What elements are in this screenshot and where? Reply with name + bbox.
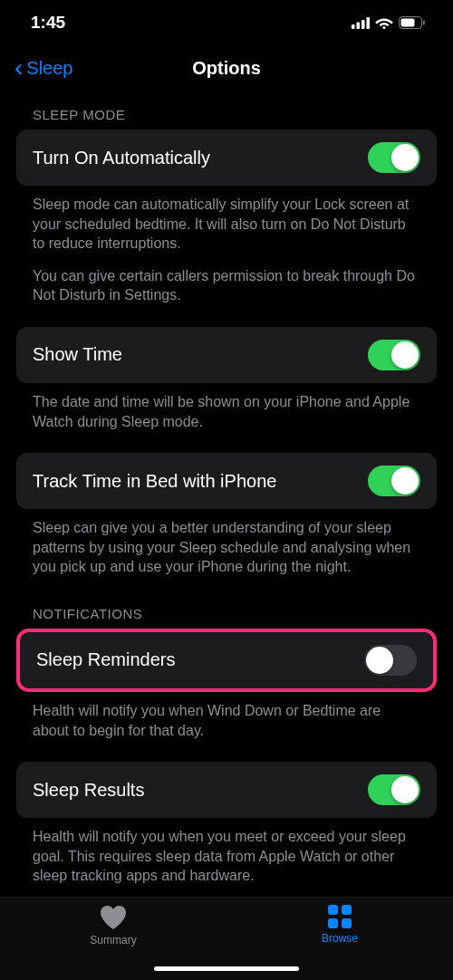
heart-icon <box>100 905 127 930</box>
svg-rect-6 <box>401 19 415 27</box>
grid-icon <box>328 905 352 928</box>
toggle-knob <box>391 144 419 171</box>
setting-description: Sleep mode can automatically simplify yo… <box>16 186 437 266</box>
back-button[interactable]: ‹ Sleep <box>14 55 72 81</box>
nav-bar: ‹ Sleep Options <box>0 45 453 91</box>
svg-rect-10 <box>328 918 338 928</box>
status-time: 1:45 <box>31 13 65 33</box>
svg-point-4 <box>383 26 386 29</box>
setting-turn-on-automatically: Turn On Automatically <box>16 130 437 186</box>
setting-sleep-results: Sleep Results <box>16 762 437 818</box>
setting-description: You can give certain callers permission … <box>16 266 437 318</box>
content: SLEEP MODE Turn On Automatically Sleep m… <box>0 91 453 908</box>
page-title: Options <box>192 58 261 79</box>
setting-label: Sleep Reminders <box>36 649 175 670</box>
cellular-icon <box>352 17 370 29</box>
setting-label: Turn On Automatically <box>33 148 210 168</box>
setting-track-time-in-bed: Track Time in Bed with iPhone <box>16 453 437 509</box>
highlighted-row: Sleep Reminders <box>16 629 437 692</box>
toggle-knob <box>391 776 419 803</box>
chevron-left-icon: ‹ <box>14 55 23 81</box>
toggle-sleep-results[interactable] <box>368 774 420 805</box>
battery-icon <box>399 16 426 29</box>
wifi-icon <box>375 16 393 29</box>
svg-rect-11 <box>342 918 352 928</box>
setting-description: Health will notify you when Wind Down or… <box>16 692 437 753</box>
toggle-sleep-reminders[interactable] <box>364 645 417 676</box>
setting-sleep-reminders: Sleep Reminders <box>20 632 433 688</box>
toggle-show-time[interactable] <box>368 340 420 370</box>
svg-rect-1 <box>357 22 361 29</box>
svg-rect-0 <box>352 24 355 29</box>
toggle-track-time-in-bed[interactable] <box>368 466 420 496</box>
svg-rect-8 <box>328 905 338 915</box>
svg-rect-3 <box>367 17 371 29</box>
setting-description: Health will notify you when you meet or … <box>16 818 437 898</box>
setting-description: Sleep can give you a better understandin… <box>16 509 437 590</box>
toggle-turn-on-automatically[interactable] <box>368 142 420 173</box>
section-header-notifications: NOTIFICATIONS <box>16 606 437 621</box>
tab-bar: Summary Browse <box>0 897 453 980</box>
status-bar: 1:45 <box>0 0 453 45</box>
toggle-knob <box>391 467 419 495</box>
toggle-knob <box>391 341 419 369</box>
setting-label: Sleep Results <box>33 780 144 801</box>
svg-rect-7 <box>423 21 425 25</box>
section-header-sleep-mode: SLEEP MODE <box>16 107 437 122</box>
tab-label: Browse <box>322 932 358 945</box>
home-indicator[interactable] <box>154 966 299 971</box>
svg-rect-2 <box>361 20 365 29</box>
back-label: Sleep <box>26 58 72 79</box>
setting-show-time: Show Time <box>16 327 437 383</box>
svg-rect-9 <box>342 905 352 915</box>
setting-label: Show Time <box>33 344 122 365</box>
setting-description: The date and time will be shown on your … <box>16 383 437 444</box>
toggle-knob <box>366 647 393 674</box>
status-icons <box>352 16 426 29</box>
tab-label: Summary <box>90 934 136 946</box>
setting-label: Track Time in Bed with iPhone <box>33 471 276 492</box>
